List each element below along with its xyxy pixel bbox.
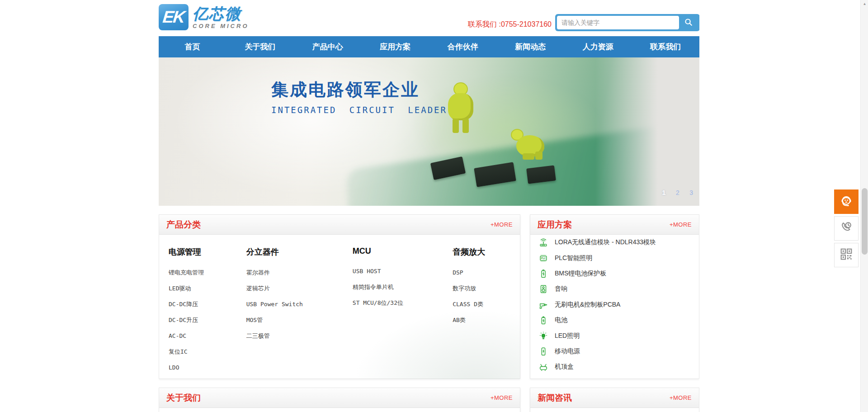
product-link[interactable]: AB类: [453, 317, 466, 323]
nav-item-products[interactable]: 产品中心: [294, 36, 362, 57]
nav-item-about[interactable]: 关于我们: [226, 36, 294, 57]
hero-slogan: 集成电路领军企业 INTEGRATED CIRCUIT LEADER: [271, 78, 447, 115]
header: EK 亿芯微 CORE MICRO 联系我们 :0755-21037160: [159, 0, 699, 36]
product-link[interactable]: 逻辑芯片: [246, 285, 270, 292]
content-row-2: 关于我们 +MORE 新闻咨讯 +MORE: [159, 388, 699, 412]
application-item[interactable]: LED照明: [538, 328, 699, 343]
product-link[interactable]: 复位IC: [169, 348, 188, 355]
hero-figure-decoration: [443, 82, 478, 133]
product-link[interactable]: DC-DC降压: [169, 301, 198, 308]
page-scrollbar: ▲: [860, 0, 868, 412]
column-heading: MCU: [353, 246, 453, 256]
section-title: 新闻咨讯: [538, 392, 572, 404]
wireless-module-icon: [538, 237, 548, 247]
product-column-power: 电源管理 锂电充电管理 LED驱动 DC-DC降压 DC-DC升压 AC-DC …: [169, 246, 246, 379]
applications-more-link[interactable]: +MORE: [670, 221, 692, 228]
hero-photo-decoration: [595, 57, 699, 206]
application-item[interactable]: LORA无线通信模块 - NDLR433模块: [538, 235, 699, 250]
customer-service-button[interactable]: [834, 189, 859, 214]
news-panel: 新闻咨讯 +MORE: [530, 388, 699, 412]
hero-subtitle: INTEGRATED CIRCUIT LEADER: [271, 105, 447, 115]
column-heading: 分立器件: [246, 246, 353, 257]
nav-item-solutions[interactable]: 应用方案: [362, 36, 429, 57]
application-item[interactable]: 移动电源: [538, 344, 699, 359]
product-link[interactable]: USB Power Switch: [246, 301, 303, 308]
scrollbar-up-arrow[interactable]: ▲: [861, 0, 868, 8]
product-link[interactable]: 二三极管: [246, 332, 270, 339]
logo-ek-badge: EK: [159, 4, 189, 30]
company-logo[interactable]: EK 亿芯微 CORE MICRO: [159, 4, 249, 30]
applications-header: 应用方案 +MORE: [530, 215, 699, 235]
application-item[interactable]: 音响: [538, 281, 699, 297]
phone-hours-button[interactable]: [834, 216, 859, 241]
nav-item-hr[interactable]: 人力资源: [564, 36, 632, 57]
nav-item-partners[interactable]: 合作伙伴: [429, 36, 497, 57]
application-label: LED照明: [555, 332, 580, 340]
carousel-page-1[interactable]: 1: [662, 189, 665, 196]
product-categories-panel: 产品分类 +MORE 电源管理 锂电充电管理 LED驱动 DC-DC降压 DC-…: [159, 214, 520, 379]
nav-item-contact[interactable]: 联系我们: [632, 36, 700, 57]
hero-figure-decoration: [509, 125, 546, 162]
product-link[interactable]: LED驱动: [169, 285, 191, 292]
applications-panel: 应用方案 +MORE: [530, 214, 699, 379]
application-label: 移动电源: [555, 347, 580, 355]
logo-text: 亿芯微 CORE MICRO: [193, 4, 249, 29]
carousel-page-2[interactable]: 2: [676, 189, 679, 196]
hero-title: 集成电路领军企业: [271, 78, 447, 101]
carousel-pagination: 1 2 3: [654, 189, 693, 197]
product-link[interactable]: DSP: [453, 269, 463, 276]
application-item[interactable]: 无刷电机&控制板PCBA: [538, 297, 699, 313]
product-link[interactable]: AC-DC: [169, 332, 186, 339]
speaker-icon: [538, 284, 548, 294]
search-button[interactable]: [679, 16, 698, 29]
application-item[interactable]: 电池: [538, 313, 699, 328]
product-link[interactable]: MOS管: [246, 317, 263, 323]
application-item[interactable]: PLC PLC智能照明: [538, 250, 699, 265]
application-label: LORA无线通信模块 - NDLR433模块: [555, 238, 656, 246]
product-link[interactable]: ST MCU/8位/32位: [353, 299, 403, 306]
qr-code-button[interactable]: [834, 243, 859, 267]
product-categories-body: 电源管理 锂电充电管理 LED驱动 DC-DC降压 DC-DC升压 AC-DC …: [159, 235, 520, 379]
battery-icon: [538, 269, 548, 279]
drill-icon: [538, 300, 548, 310]
product-link[interactable]: 锂电充电管理: [169, 269, 204, 276]
application-label: 音响: [555, 285, 567, 293]
product-link[interactable]: LDO: [169, 364, 179, 371]
product-column-audio: 音频放大 DSP 数字功放 CLASS D类 AB类: [453, 246, 520, 379]
news-more-link[interactable]: +MORE: [670, 394, 692, 401]
applications-body: LORA无线通信模块 - NDLR433模块 PLC: [530, 235, 699, 379]
product-link[interactable]: 数字功放: [453, 285, 476, 292]
product-link[interactable]: 霍尔器件: [246, 269, 270, 276]
product-categories-more-link[interactable]: +MORE: [491, 221, 513, 228]
qr-code-icon: [839, 247, 854, 263]
scrollbar-thumb[interactable]: [862, 188, 868, 255]
product-link[interactable]: DC-DC升压: [169, 317, 198, 323]
application-item[interactable]: 机顶盒: [538, 359, 699, 374]
carousel-page-3[interactable]: 3: [689, 189, 693, 196]
product-column-discrete: 分立器件 霍尔器件 逻辑芯片 USB Power Switch MOS管 二三极…: [246, 246, 353, 379]
led-bulb-icon: [538, 331, 548, 341]
section-title: 关于我们: [166, 392, 201, 404]
column-heading: 音频放大: [453, 246, 520, 257]
nav-item-news[interactable]: 新闻动态: [497, 36, 565, 57]
section-title: 产品分类: [166, 219, 201, 231]
logo-name-en: CORE MICRO: [193, 23, 249, 29]
nav-item-home[interactable]: 首页: [159, 36, 226, 57]
product-categories-header: 产品分类 +MORE: [159, 215, 520, 235]
application-label: 机顶盒: [555, 363, 574, 371]
product-link[interactable]: USB HOST: [353, 268, 381, 275]
product-link[interactable]: CLASS D类: [453, 301, 483, 308]
search-input[interactable]: [557, 16, 679, 29]
section-title: 应用方案: [538, 219, 572, 231]
application-item[interactable]: BMS锂电池保护板: [538, 266, 699, 281]
power-bank-icon: [538, 346, 548, 356]
about-more-link[interactable]: +MORE: [491, 394, 513, 401]
svg-text:PLC: PLC: [541, 257, 546, 260]
customer-service-icon: [839, 194, 854, 210]
plc-chip-icon: PLC: [538, 253, 548, 263]
application-label: 电池: [555, 316, 567, 324]
product-link[interactable]: 精简指令单片机: [353, 284, 394, 290]
about-panel: 关于我们 +MORE: [159, 388, 520, 412]
contact-label: 联系我们 :: [468, 20, 501, 28]
application-label: BMS锂电池保护板: [555, 270, 606, 278]
